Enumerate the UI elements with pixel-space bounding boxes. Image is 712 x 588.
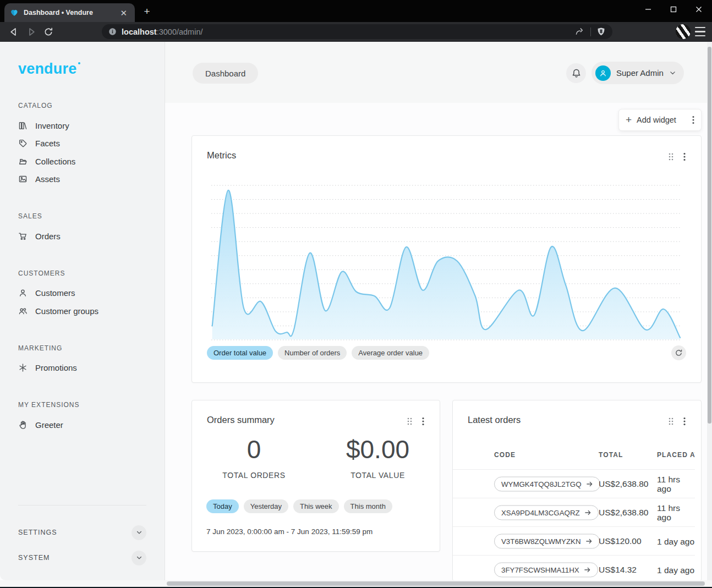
browser-titlebar: Dashboard • Vendure ✕ + xyxy=(0,0,712,22)
url-path: :3000/admin/ xyxy=(157,28,203,36)
total-value-value: $0.00 xyxy=(316,435,440,464)
sidebar-section-marketing: MARKETING xyxy=(18,344,146,352)
latest-orders-header-row: CODETOTALPLACED AT xyxy=(453,449,695,469)
user-icon xyxy=(599,69,607,78)
latest-orders-widget: Latest orders CODETOTALPLACED AT WYMGK4T… xyxy=(452,400,702,581)
horizontal-scrollbar-thumb[interactable] xyxy=(167,581,705,586)
sidebar-section-system-toggle[interactable]: SYSTEM xyxy=(18,545,146,570)
window-maximize-button[interactable] xyxy=(662,2,684,17)
customer-groups-icon xyxy=(18,306,28,316)
kebab-menu-icon[interactable] xyxy=(422,417,424,426)
customers-icon xyxy=(18,288,28,298)
url-text: localhost:3000/admin/ xyxy=(122,28,203,36)
arrow-right-icon xyxy=(584,566,591,573)
sidebar-item-facets[interactable]: Facets xyxy=(18,135,146,153)
metric-tab-average-order-value[interactable]: Average order value xyxy=(352,346,429,360)
new-tab-button[interactable]: + xyxy=(141,6,153,18)
sidebar-item-inventory[interactable]: Inventory xyxy=(18,117,146,135)
window-close-button[interactable] xyxy=(688,2,710,17)
column-header-total: TOTAL xyxy=(599,451,623,459)
order-placed-at: 11 hrsago xyxy=(657,503,680,522)
site-info-icon[interactable] xyxy=(108,28,117,36)
kebab-menu-icon[interactable] xyxy=(683,417,686,426)
metrics-chart xyxy=(211,185,681,340)
sidebar-section-settings-toggle[interactable]: SETTINGS xyxy=(18,520,146,545)
order-code-link[interactable]: XSA9PD4LM3CGAQRZ xyxy=(494,505,599,520)
date-range-text: 7 Jun 2023, 0:00:00 am - 7 Jun 2023, 11:… xyxy=(206,527,373,536)
sidebar-item-customers[interactable]: Customers xyxy=(18,284,146,303)
menu-icon[interactable] xyxy=(695,27,705,36)
metric-tab-order-total-value[interactable]: Order total value xyxy=(207,346,273,360)
facets-icon xyxy=(18,139,28,148)
metrics-widget: Metrics Order total val xyxy=(191,135,702,383)
kebab-menu-icon[interactable] xyxy=(692,116,694,124)
arrow-right-icon xyxy=(584,509,591,516)
vendure-favicon-icon xyxy=(10,8,19,17)
share-icon[interactable] xyxy=(574,26,585,37)
total-orders-label: TOTAL ORDERS xyxy=(192,471,316,480)
sidebar-section-my-extensions: MY EXTENSIONS xyxy=(18,401,146,409)
url-host: localhost xyxy=(122,28,157,36)
tab-title: Dashboard • Vendure xyxy=(24,9,113,17)
period-chip-today[interactable]: Today xyxy=(206,499,239,513)
chevron-down-icon[interactable] xyxy=(132,551,146,565)
metric-tab-number-of-orders[interactable]: Number of orders xyxy=(278,346,347,360)
user-menu-button[interactable]: Super Admin xyxy=(591,62,684,84)
kebab-menu-icon[interactable] xyxy=(683,152,686,161)
vendure-logo: vendure xyxy=(18,61,76,78)
notifications-button[interactable] xyxy=(566,63,586,83)
total-value-stat: $0.00 TOTAL VALUE xyxy=(316,435,440,480)
profile-avatar[interactable] xyxy=(676,24,691,39)
user-avatar xyxy=(595,65,611,81)
order-code-link[interactable]: V3T6BW8ZQLWMYZKN xyxy=(494,534,600,548)
sidebar: vendure CATALOGInventoryFacetsCollection… xyxy=(0,42,165,580)
order-placed-at: 11 hrsago xyxy=(657,475,680,493)
greeter-icon xyxy=(18,420,28,430)
period-chip-this-week[interactable]: This week xyxy=(293,499,339,513)
sidebar-item-greeter[interactable]: Greeter xyxy=(18,416,146,434)
breadcrumb[interactable]: Dashboard xyxy=(193,63,258,84)
order-total: US$2,638.80 xyxy=(599,479,649,489)
order-code-link[interactable]: 3FY7FSCWSHMA11HX xyxy=(494,562,598,577)
arrow-right-icon xyxy=(585,537,593,545)
sidebar-item-customer-groups[interactable]: Customer groups xyxy=(18,302,146,320)
browser-tab[interactable]: Dashboard • Vendure ✕ xyxy=(4,3,135,22)
drag-handle-icon[interactable] xyxy=(668,417,674,426)
reload-button[interactable] xyxy=(42,25,54,39)
period-chip-yesterday[interactable]: Yesterday xyxy=(244,499,288,513)
orders-summary-title: Orders summary xyxy=(207,415,275,425)
drag-handle-icon[interactable] xyxy=(668,152,674,161)
sidebar-item-promotions[interactable]: Promotions xyxy=(18,359,146,377)
add-widget-button[interactable]: + Add widget xyxy=(618,109,702,131)
forward-button[interactable] xyxy=(25,25,37,39)
column-header-code: CODE xyxy=(494,451,516,459)
chevron-down-icon[interactable] xyxy=(132,525,146,540)
sidebar-item-collections[interactable]: Collections xyxy=(18,152,146,171)
refresh-button[interactable] xyxy=(671,345,686,360)
tab-close-icon[interactable]: ✕ xyxy=(118,8,129,18)
order-row: WYMGK4TQQ8JL2TGQUS$2,638.8011 hrsago xyxy=(453,469,695,498)
sidebar-divider xyxy=(18,505,146,505)
sidebar-item-assets[interactable]: Assets xyxy=(18,171,146,189)
window-minimize-button[interactable] xyxy=(637,2,659,17)
back-button[interactable] xyxy=(8,25,20,39)
vertical-scrollbar-thumb[interactable] xyxy=(708,47,711,424)
period-chip-this-month[interactable]: This month xyxy=(344,499,392,513)
refresh-icon xyxy=(675,349,683,357)
orders-summary-widget: Orders summary 0 TOTAL ORDERS $0.00 TOTA… xyxy=(191,400,440,552)
sidebar-section-catalog: CATALOG xyxy=(18,102,146,109)
logo-trademark-dot xyxy=(78,62,80,64)
order-code-link[interactable]: WYMGK4TQQ8JL2TGQ xyxy=(494,476,600,491)
promotions-icon xyxy=(18,363,28,372)
order-total: US$14.32 xyxy=(599,565,637,575)
inventory-icon xyxy=(18,121,28,130)
sidebar-section-sales: SALES xyxy=(18,212,146,220)
sidebar-item-orders[interactable]: Orders xyxy=(18,227,146,245)
address-bar[interactable]: localhost:3000/admin/ xyxy=(102,24,612,39)
drag-handle-icon[interactable] xyxy=(407,417,413,426)
order-placed-at: 1 day ago xyxy=(657,536,694,546)
brave-shield-icon[interactable] xyxy=(596,27,606,37)
order-total: US$2,638.80 xyxy=(599,508,649,518)
toolbar-separator xyxy=(590,28,591,36)
order-placed-at: 1 day ago xyxy=(657,565,694,574)
